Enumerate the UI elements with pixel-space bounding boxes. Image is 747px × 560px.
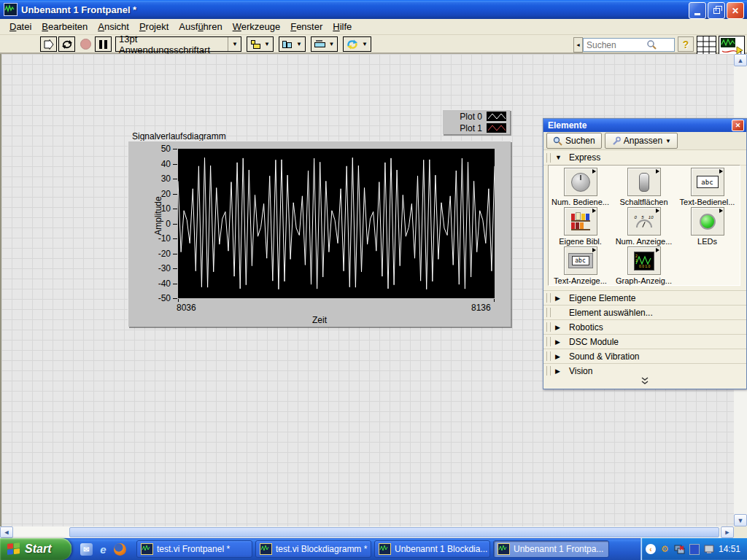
reorder-button[interactable]: ▼ bbox=[343, 36, 371, 52]
submenu-arrow-icon bbox=[656, 248, 659, 252]
text-control-icon[interactable]: abc bbox=[691, 168, 724, 196]
display-tray-icon[interactable] bbox=[703, 543, 715, 555]
resize-objects-button[interactable]: ▼ bbox=[311, 36, 338, 52]
menu-projekt[interactable]: Projekt bbox=[134, 20, 174, 34]
task-label: Unbenannt 1 Blockdia... bbox=[395, 544, 487, 554]
palette-item[interactable]: 210.0 1.0Graph-Anzeig... bbox=[612, 246, 676, 286]
firefox-icon[interactable] bbox=[114, 543, 126, 556]
menu-datei[interactable]: Datei bbox=[4, 20, 36, 34]
abort-icon bbox=[80, 39, 91, 50]
chevron-down-icon: ▼ bbox=[232, 41, 238, 47]
grip-icon bbox=[546, 351, 551, 361]
distribute-objects-button[interactable]: ▼ bbox=[279, 36, 306, 52]
menu-ausführen[interactable]: Ausführen bbox=[174, 20, 227, 34]
palette-item-label: Eigene Bibl. bbox=[559, 237, 602, 246]
labview-app-icon bbox=[498, 543, 510, 555]
labview-app-icon bbox=[260, 543, 272, 555]
legend-row[interactable]: Plot 1 bbox=[443, 123, 510, 133]
palette-search-button[interactable]: Suchen bbox=[546, 133, 602, 149]
start-button[interactable]: Start bbox=[0, 538, 71, 560]
palette-close-button[interactable]: ✕ bbox=[732, 120, 744, 131]
palette-item-label: Text-Bedienel... bbox=[680, 198, 735, 206]
express-items-panel: Num. Bediene...SchaltflächenabcText-Bedi… bbox=[548, 165, 740, 286]
search-input[interactable] bbox=[583, 38, 675, 52]
quick-launch-mail-icon[interactable]: ✉ bbox=[80, 543, 93, 556]
palette-customize-button[interactable]: Anpassen ▼ bbox=[605, 133, 678, 149]
y-axis-label: Amplitude bbox=[153, 196, 163, 235]
run-continuously-button[interactable] bbox=[58, 36, 75, 52]
waveform-chart[interactable]: 50403020100-10-20-30-40-50 8036 8136 Zei… bbox=[128, 141, 511, 327]
gear-tray-icon[interactable]: ⚙ bbox=[659, 543, 671, 555]
meter-icon[interactable]: 0510 bbox=[627, 207, 661, 236]
legend-row[interactable]: Plot 0 bbox=[443, 112, 510, 122]
palette-category[interactable]: ▶Robotics bbox=[543, 319, 746, 334]
palette-category[interactable]: ▶DSC Module bbox=[543, 334, 746, 349]
express-category-header[interactable]: ▼ Express bbox=[543, 150, 746, 166]
chevron-right-icon: ▶ bbox=[555, 295, 562, 302]
taskbar-window-button[interactable]: Unbenannt 1 Blockdia... bbox=[374, 540, 490, 558]
palette-category[interactable]: Element auswählen... bbox=[543, 305, 746, 319]
controls-palette-window: Elemente ✕ Suchen Anpassen ▼ bbox=[543, 118, 747, 389]
text-indicator-icon[interactable]: abc bbox=[564, 246, 597, 275]
taskbar-window-button[interactable]: test.vi Blockdiagramm * bbox=[255, 540, 371, 558]
category-label: DSC Module bbox=[569, 337, 619, 347]
cycle-arrows-icon bbox=[61, 39, 73, 50]
grip-icon bbox=[546, 337, 551, 346]
grip-icon bbox=[546, 153, 551, 163]
knob-icon[interactable] bbox=[564, 168, 597, 196]
switch-icon[interactable] bbox=[627, 168, 661, 196]
menu-hilfe[interactable]: Hilfe bbox=[328, 20, 357, 34]
palette-item[interactable]: 0510Num. Anzeige... bbox=[612, 207, 676, 246]
palette-item[interactable]: abcText-Anzeige... bbox=[549, 246, 612, 286]
taskbar-window-button[interactable]: Unbenannt 1 Frontpa... bbox=[493, 540, 609, 558]
palette-toolbar: Suchen Anpassen ▼ bbox=[543, 132, 746, 150]
context-help-button[interactable]: ? bbox=[678, 36, 694, 52]
close-button[interactable]: ✕ bbox=[727, 2, 744, 19]
search-scope-button[interactable]: ◄ bbox=[573, 37, 583, 52]
internet-explorer-icon[interactable]: e bbox=[97, 543, 109, 556]
palette-category[interactable]: ▶Sound & Vibration bbox=[543, 349, 746, 363]
led-icon[interactable] bbox=[691, 207, 724, 236]
chart-plot-area[interactable] bbox=[178, 149, 495, 298]
palette-item[interactable]: Num. Bediene... bbox=[549, 168, 612, 207]
palette-item[interactable]: Eigene Bibl. bbox=[549, 207, 612, 246]
menu-ansicht[interactable]: Ansicht bbox=[93, 20, 134, 34]
scroll-up-button[interactable]: ▲ bbox=[734, 54, 747, 66]
library-icon[interactable] bbox=[564, 207, 597, 236]
scroll-right-button[interactable]: ► bbox=[721, 526, 734, 538]
horizontal-scroll-thumb[interactable] bbox=[69, 527, 719, 537]
palette-title-bar[interactable]: Elemente ✕ bbox=[543, 119, 746, 132]
plot-legend[interactable]: Plot 0Plot 1 bbox=[442, 109, 510, 134]
palette-item[interactable]: abcText-Bedienel... bbox=[676, 168, 739, 207]
palette-item[interactable]: Schaltflächen bbox=[612, 168, 676, 207]
palette-title: Elemente bbox=[548, 120, 732, 131]
wrench-icon bbox=[611, 136, 621, 146]
menu-bar: DateiBearbeitenAnsichtProjektAusführenWe… bbox=[0, 19, 747, 35]
menu-fenster[interactable]: Fenster bbox=[285, 20, 328, 34]
graph-icon[interactable]: 210.0 1.0 bbox=[627, 246, 661, 275]
minimize-button[interactable] bbox=[689, 2, 706, 19]
scroll-left-button[interactable]: ◄ bbox=[0, 526, 13, 538]
font-selector[interactable]: 13pt Anwendungsschriftart ▼ bbox=[115, 36, 241, 52]
restore-button[interactable] bbox=[708, 2, 725, 19]
menu-bearbeiten[interactable]: Bearbeiten bbox=[36, 20, 93, 34]
task-label: test.vi Frontpanel * bbox=[157, 544, 230, 554]
taskbar: Start ✉ e test.vi Frontpanel *test.vi Bl… bbox=[0, 538, 747, 560]
palette-item[interactable]: LEDs bbox=[676, 207, 739, 246]
taskbar-window-button[interactable]: test.vi Frontpanel * bbox=[136, 540, 252, 558]
palette-category[interactable]: ▶Eigene Elemente bbox=[543, 290, 746, 305]
pause-button[interactable] bbox=[95, 36, 112, 52]
menu-werkzeuge[interactable]: Werkzeuge bbox=[228, 20, 286, 34]
scroll-down-button[interactable]: ▼ bbox=[734, 514, 747, 526]
quick-launch: ✉ e bbox=[80, 543, 126, 556]
submenu-arrow-icon bbox=[592, 169, 596, 174]
abort-button bbox=[78, 36, 93, 52]
palette-search-label: Suchen bbox=[565, 136, 595, 146]
app-tray-icon[interactable] bbox=[689, 544, 700, 555]
palette-expand-chevron[interactable] bbox=[543, 374, 746, 387]
hide-tray-icons-button[interactable]: ‹ bbox=[646, 544, 656, 554]
network-error-tray-icon[interactable] bbox=[674, 543, 686, 555]
horizontal-scrollbar[interactable]: ◄ ► bbox=[0, 526, 734, 538]
run-button[interactable] bbox=[40, 36, 57, 52]
align-objects-button[interactable]: ▼ bbox=[247, 36, 274, 52]
